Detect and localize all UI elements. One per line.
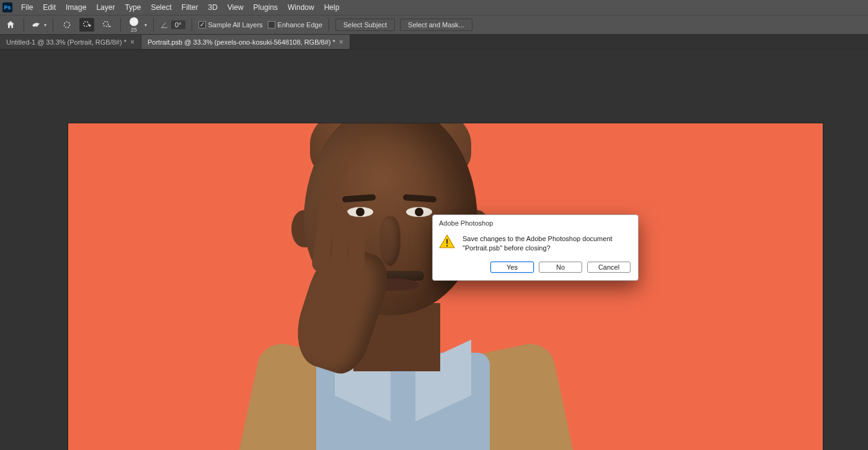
- new-selection-button[interactable]: [60, 18, 74, 32]
- chevron-down-icon[interactable]: ▾: [144, 22, 147, 28]
- svg-point-0: [64, 22, 69, 27]
- options-bar: ▾ 25 ▾ 0° Sample All Layers Enhance Edge…: [0, 15, 868, 35]
- menu-3d-label: 3D: [208, 3, 217, 12]
- menu-view[interactable]: View: [223, 1, 249, 14]
- no-button[interactable]: No: [539, 262, 582, 273]
- menu-plugins[interactable]: Plugins: [249, 1, 283, 14]
- app-logo-text: Ps: [4, 4, 11, 11]
- brush-angle-control[interactable]: 0°: [160, 20, 185, 29]
- document-tab-label: Untitled-1 @ 33.3% (Portrait, RGB/8#) *: [6, 38, 126, 46]
- checkbox-icon: [268, 21, 275, 29]
- cancel-button[interactable]: Cancel: [587, 262, 631, 273]
- brush-size-value: 25: [131, 27, 137, 33]
- svg-rect-4: [446, 245, 448, 246]
- separator: [24, 18, 24, 32]
- document-canvas[interactable]: [68, 123, 823, 450]
- brush-preview-dot: [130, 17, 138, 26]
- quick-select-tool-indicator[interactable]: ▾: [30, 19, 46, 30]
- menu-filter[interactable]: Filter: [177, 1, 203, 14]
- dialog-title: Adobe Photoshop: [433, 215, 638, 231]
- menu-edit-label: Edit: [43, 3, 56, 12]
- menu-filter-label: Filter: [182, 3, 198, 12]
- select-and-mask-label: Select and Mask...: [408, 21, 464, 29]
- select-subject-button[interactable]: Select Subject: [335, 19, 395, 31]
- menu-image[interactable]: Image: [61, 1, 91, 14]
- menu-file-label: File: [21, 3, 33, 12]
- work-area: Adobe Photoshop Save changes to the Adob…: [0, 50, 868, 450]
- sample-all-layers-checkbox[interactable]: Sample All Layers: [198, 21, 263, 29]
- enhance-edge-checkbox[interactable]: Enhance Edge: [268, 21, 322, 29]
- new-selection-icon: [62, 20, 72, 30]
- menu-window[interactable]: Window: [283, 1, 319, 14]
- angle-icon: [160, 20, 169, 29]
- select-and-mask-button[interactable]: Select and Mask...: [400, 19, 472, 31]
- separator: [53, 18, 53, 32]
- save-changes-dialog: Adobe Photoshop Save changes to the Adob…: [432, 214, 639, 281]
- document-tab-bar: Untitled-1 @ 33.3% (Portrait, RGB/8#) * …: [0, 35, 868, 50]
- brush-picker[interactable]: 25: [130, 17, 138, 33]
- home-icon: [6, 20, 16, 30]
- yes-button[interactable]: Yes: [490, 262, 534, 273]
- menu-layer[interactable]: Layer: [91, 1, 120, 14]
- document-tab[interactable]: Portrait.psb @ 33.3% (pexels-ono-kosuki-…: [141, 35, 350, 49]
- separator: [153, 18, 154, 32]
- subtract-selection-icon: [102, 20, 112, 30]
- enhance-edge-label: Enhance Edge: [278, 21, 322, 29]
- menu-file[interactable]: File: [16, 1, 38, 14]
- separator: [120, 18, 121, 32]
- menu-layer-label: Layer: [96, 3, 115, 12]
- menu-window-label: Window: [288, 3, 314, 12]
- menu-select[interactable]: Select: [146, 1, 176, 14]
- svg-rect-3: [446, 239, 448, 244]
- svg-point-2: [104, 22, 108, 27]
- sample-all-layers-label: Sample All Layers: [208, 21, 263, 29]
- menu-3d[interactable]: 3D: [203, 1, 222, 14]
- add-selection-icon: [82, 20, 92, 30]
- add-selection-button[interactable]: [79, 18, 94, 32]
- menu-type-label: Type: [125, 3, 141, 12]
- close-icon[interactable]: ×: [130, 38, 135, 46]
- subtract-selection-button[interactable]: [99, 18, 114, 32]
- menu-type[interactable]: Type: [120, 1, 146, 14]
- close-icon[interactable]: ×: [339, 38, 343, 46]
- yes-button-label: Yes: [507, 263, 518, 271]
- menu-select-label: Select: [151, 3, 171, 12]
- select-subject-label: Select Subject: [343, 21, 387, 29]
- chevron-down-icon: ▾: [44, 22, 46, 28]
- menu-help[interactable]: Help: [319, 1, 345, 14]
- cancel-button-label: Cancel: [598, 263, 619, 271]
- separator: [192, 18, 192, 32]
- quick-select-icon: [30, 19, 42, 30]
- dialog-button-row: Yes No Cancel: [433, 255, 638, 280]
- menu-image-label: Image: [66, 3, 86, 12]
- home-button[interactable]: [4, 18, 17, 32]
- no-button-label: No: [556, 263, 565, 271]
- checkbox-icon: [198, 21, 206, 29]
- brush-angle-value[interactable]: 0°: [171, 20, 185, 29]
- menu-bar: Ps File Edit Image Layer Type Select Fil…: [0, 0, 868, 15]
- menu-plugins-label: Plugins: [254, 3, 278, 12]
- svg-point-1: [84, 22, 89, 27]
- app-logo: Ps: [2, 2, 12, 12]
- menu-edit[interactable]: Edit: [38, 1, 61, 14]
- dialog-message: Save changes to the Adobe Photoshop docu…: [463, 234, 631, 253]
- menu-view-label: View: [228, 3, 244, 12]
- warning-icon: [439, 234, 455, 253]
- portrait-image: [217, 123, 589, 450]
- separator: [329, 18, 329, 32]
- document-tab-label: Portrait.psb @ 33.3% (pexels-ono-kosuki-…: [148, 38, 335, 46]
- menu-help-label: Help: [324, 3, 340, 12]
- document-tab[interactable]: Untitled-1 @ 33.3% (Portrait, RGB/8#) * …: [0, 35, 141, 49]
